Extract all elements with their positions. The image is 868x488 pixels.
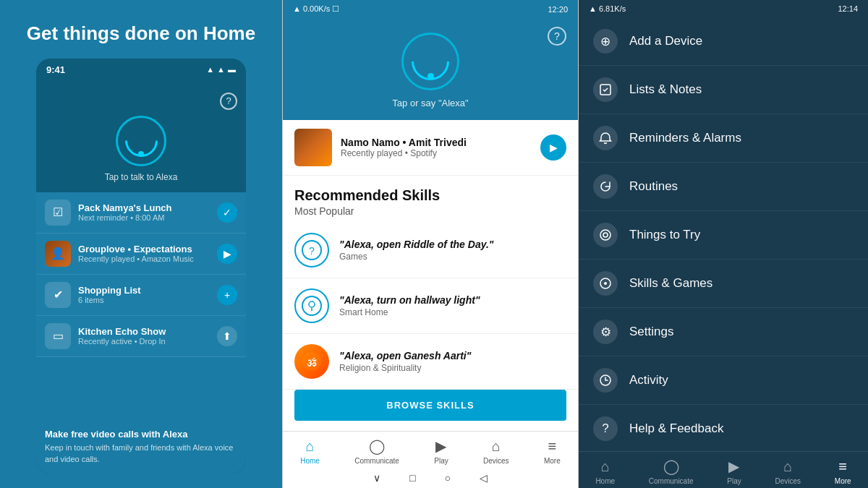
p3-nav-home[interactable]: ⌂ Home [595,458,615,485]
p2-music-card[interactable]: Namo Namo • Amit Trivedi Recently played… [283,120,578,176]
nav-item-communicate[interactable]: ◯ Communicate [354,437,399,465]
battery-icon: ▬ [228,65,236,74]
home-icon: ⌂ [305,438,314,455]
p3-nav-more[interactable]: ≡ More [835,458,851,485]
reminder-icon: ☑ [45,200,71,226]
nav-item-devices[interactable]: ⌂ Devices [483,438,509,465]
panel-alexa-main: ▲ 0.00K/s ☐ 12:20 ? Tap or say "Alexa" N… [282,0,579,488]
p3-nav-devices[interactable]: ⌂ Devices [775,458,801,485]
menu-item-settings[interactable]: ⚙ Settings [579,308,868,356]
p2-help-button[interactable]: ? [548,27,566,46]
card-action-check[interactable]: ✓ [217,202,237,223]
menu-item-skills-games[interactable]: Skills & Games [579,260,868,308]
list-item[interactable]: ? "Alexa, open Riddle of the Day." Games [283,223,578,278]
svg-point-11 [604,282,607,285]
menu-item-lists-notes[interactable]: Lists & Notes [579,66,868,114]
settings-icon: ⚙ [593,320,618,344]
p2-alexa-logo[interactable] [401,33,459,90]
p2-status-bar: ▲ 0.00K/s ☐ 12:20 [283,0,578,18]
phone-status-bar: 9:41 ▲ ▲ ▬ [36,59,246,78]
help-button[interactable]: ? [220,93,237,110]
p3-nav-communicate[interactable]: ◯ Communicate [649,458,694,485]
music-play-button[interactable]: ▶ [540,134,566,160]
tap-alexa-label[interactable]: Tap to talk to Alexa [105,172,178,182]
skills-title: Recommended Skills [294,187,566,204]
nav-label: Home [595,477,615,485]
activity-icon [593,368,618,393]
nav-label: Play [727,477,741,485]
nav-item-home[interactable]: ⌂ Home [300,438,320,465]
more-icon: ≡ [838,458,847,475]
list-item[interactable]: 🕉 "Alexa, open Ganesh Aarti" Religion & … [283,334,578,390]
list-item[interactable]: "Alexa, turn on hallway light" Smart Hom… [283,278,578,334]
skill-quote: "Alexa, open Riddle of the Day." [339,239,566,250]
android-circle-icon[interactable]: ○ [445,472,451,484]
alexa-logo[interactable] [116,116,166,166]
home-icon: ⌂ [601,458,610,475]
browse-skills-button[interactable]: BROWSE SKILLS [294,390,566,421]
svg-point-2 [302,296,321,315]
menu-item-things-to-try[interactable]: Things to Try [579,211,868,260]
svg-text:?: ? [309,245,315,257]
nav-item-more[interactable]: ≡ More [544,438,561,465]
list-item[interactable]: ☑ Pack Namya's Lunch Next reminder • 8:0… [36,192,246,234]
menu-item-routines[interactable]: Routines [579,163,868,211]
list-item[interactable]: 👤 Grouplove • Expectations Recently play… [36,234,246,275]
skill-quote: "Alexa, turn on hallway light" [339,294,566,306]
p2-alexa-header: ? Tap or say "Alexa" [283,18,578,120]
play-icon: ▶ [435,437,446,455]
skill-icon-riddle: ? [294,233,329,267]
p2-tap-label[interactable]: Tap or say "Alexa" [392,98,468,108]
alexa-dot [138,151,144,157]
nav-item-play[interactable]: ▶ Play [434,437,448,465]
android-recent-icon[interactable]: ◁ [480,472,488,484]
card-subtitle: Recently played • Amazon Music [78,254,210,263]
p3-nav-play[interactable]: ▶ Play [727,458,741,485]
devices-icon: ⌂ [492,438,501,455]
p2-status-right: 12:20 [548,5,568,14]
music-thumbnail [294,129,332,166]
nav-label: Play [434,457,448,465]
play-icon: ▶ [728,458,739,475]
card-action-upload[interactable]: ⬆ [217,326,237,346]
card-list: ☑ Pack Namya's Lunch Next reminder • 8:0… [36,192,246,421]
music-icon: 👤 [45,241,71,267]
nav-label: More [835,477,851,485]
list-item[interactable]: ✔ Shopping List 6 items + [36,275,246,316]
skill-icon-light [294,288,329,323]
menu-item-add-device[interactable]: ⊕ Add a Device [579,17,868,66]
android-back-icon[interactable]: ∨ [373,472,380,484]
svg-point-9 [603,233,608,237]
music-subtitle: Recently played • Spotify [341,148,532,158]
android-home-icon[interactable]: □ [409,472,415,484]
card-title: Grouplove • Expectations [78,244,210,254]
menu-label: Routines [629,179,678,194]
nav-label: Communicate [354,457,399,465]
p3-status-bar: ▲ 6.81K/s 12:14 [579,0,868,17]
menu-item-reminders[interactable]: Reminders & Alarms [579,114,868,163]
routines-icon [593,174,618,199]
skill-category: Smart Home [339,307,566,317]
card-title: Shopping List [78,285,210,296]
svg-point-3 [309,301,315,307]
menu-label: Things to Try [629,228,700,242]
menu-item-activity[interactable]: Activity [579,356,868,405]
p2-bottom-nav: ⌂ Home ◯ Communicate ▶ Play ⌂ Devices ≡ … [283,431,578,468]
shopping-icon: ✔ [45,282,71,308]
p3-bottom-nav: ⌂ Home ◯ Communicate ▶ Play ⌂ Devices ≡ … [579,451,868,488]
menu-item-help[interactable]: ? Help & Feedback [579,405,868,451]
nav-label: Communicate [649,477,694,485]
p3-menu-list: ⊕ Add a Device Lists & Notes Reminders &… [579,17,868,451]
music-title: Namo Namo • Amit Trivedi [341,137,532,148]
panel-home-promo: Get things done on Home 9:41 ▲ ▲ ▬ ? Tap… [0,0,282,488]
android-nav: ∨ □ ○ ◁ [283,468,578,488]
panel1-title: Get things done on Home [27,22,255,46]
status-time: 9:41 [46,64,65,75]
card-action-play[interactable]: ▶ [217,244,237,264]
skill-icon-aarti: 🕉 [294,344,329,379]
menu-label: Activity [629,373,668,388]
phone-mockup: 9:41 ▲ ▲ ▬ ? Tap to talk to Alexa [36,59,246,474]
list-item[interactable]: ▭ Kitchen Echo Show Recently active • Dr… [36,316,246,357]
menu-label: Settings [629,325,673,339]
card-action-add[interactable]: + [217,285,237,305]
